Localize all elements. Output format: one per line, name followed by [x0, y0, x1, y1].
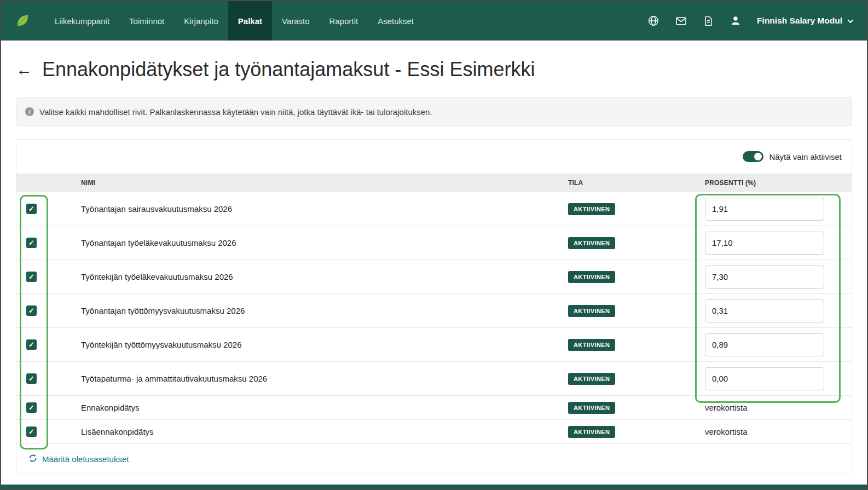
row-name: Lisäennakonpidätys — [81, 427, 568, 436]
status-badge: AKTIIVINEN — [568, 339, 615, 351]
back-arrow-icon[interactable]: ← — [16, 61, 32, 78]
row-checkbox[interactable]: ✓ — [26, 426, 37, 437]
row-name: Työnantajan työeläkevakuutusmaksu 2026 — [81, 238, 568, 247]
top-navigation-bar: LiikekumppanitToiminnotKirjanpitoPalkatV… — [1, 1, 867, 41]
module-label: Finnish Salary Modul — [757, 16, 842, 26]
toggle-row: Näytä vain aktiiviset — [16, 140, 852, 174]
brand-leaf-logo[interactable] — [14, 13, 31, 29]
row-checkbox[interactable]: ✓ — [26, 373, 37, 384]
info-banner: i Valitse kaikki mahdolliset rivit. Palk… — [16, 97, 852, 126]
table-row: ✓ Lisäennakonpidätys AKTIIVINEN verokort… — [16, 420, 852, 444]
bottom-strip — [1, 485, 867, 489]
percent-input[interactable] — [705, 198, 824, 221]
row-name: Työntekijän työttömyysvakuutusmaksu 2026 — [81, 340, 568, 349]
table-row: ✓ Työntekijän työttömyysvakuutusmaksu 20… — [16, 328, 852, 362]
nav-item-varasto[interactable]: Varasto — [272, 1, 320, 41]
table-row: ✓ Työtapaturma- ja ammattitautivakuutusm… — [16, 362, 852, 396]
nav-items: LiikekumppanitToiminnotKirjanpitoPalkatV… — [45, 1, 424, 41]
table-header-row: NIMI TILA PROSENTTI (%) — [16, 174, 852, 192]
percent-input[interactable] — [705, 299, 824, 322]
nav-item-palkat[interactable]: Palkat — [228, 1, 272, 41]
refresh-icon — [28, 454, 37, 464]
chevron-down-icon — [847, 16, 854, 26]
status-badge: AKTIIVINEN — [568, 305, 615, 317]
toggle-label: Näytä vain aktiiviset — [769, 152, 842, 162]
nav-item-raportit[interactable]: Raportit — [320, 1, 368, 41]
mail-icon[interactable] — [675, 15, 687, 27]
percent-input[interactable] — [705, 333, 824, 356]
module-selector[interactable]: Finnish Salary Modul — [757, 16, 854, 26]
page-header: ← Ennakonpidätykset ja työnantajamaksut … — [16, 57, 852, 82]
table-row: ✓ Ennakonpidätys AKTIIVINEN verokortista — [16, 396, 852, 420]
application-window: LiikekumppanitToiminnotKirjanpitoPalkatV… — [0, 0, 868, 490]
column-header-name: NIMI — [81, 179, 568, 187]
nav-item-liikekumppanit[interactable]: Liikekumppanit — [45, 1, 119, 41]
status-badge: AKTIIVINEN — [568, 237, 615, 249]
row-checkbox[interactable]: ✓ — [26, 238, 37, 248]
user-icon[interactable] — [730, 15, 742, 27]
row-name: Työnantajan työttömyysvakuutusmaksu 2026 — [81, 306, 568, 315]
status-badge: AKTIIVINEN — [568, 203, 615, 215]
percent-input[interactable] — [705, 266, 824, 289]
globe-icon[interactable] — [647, 15, 659, 27]
percent-text: verokortista — [705, 403, 748, 412]
page-title: Ennakonpidätykset ja työnantajamaksut - … — [42, 58, 535, 81]
column-header-status: TILA — [568, 179, 705, 187]
row-checkbox[interactable]: ✓ — [26, 204, 37, 214]
info-banner-text: Valitse kaikki mahdolliset rivit. Palkan… — [39, 107, 432, 117]
topbar-right: Finnish Salary Modul — [647, 15, 854, 27]
table-card: Näytä vain aktiiviset NIMI TILA PROSENTT… — [16, 139, 852, 474]
table-row: ✓ Työnantajan sairausvakuutusmaksu 2026 … — [16, 192, 852, 226]
table-row: ✓ Työntekijän työeläkevakuutusmaksu 2026… — [16, 260, 852, 294]
table-body: ✓ Työnantajan sairausvakuutusmaksu 2026 … — [16, 192, 852, 444]
column-header-percent: PROSENTTI (%) — [705, 179, 852, 187]
active-only-toggle[interactable] — [743, 151, 763, 162]
nav-item-kirjanpito[interactable]: Kirjanpito — [174, 1, 228, 41]
percent-input[interactable] — [705, 367, 824, 390]
row-name: Ennakonpidätys — [81, 403, 568, 412]
table-row: ✓ Työnantajan työttömyysvakuutusmaksu 20… — [16, 294, 852, 328]
row-name: Työtapaturma- ja ammattitautivakuutusmak… — [81, 374, 568, 383]
nav-item-asetukset[interactable]: Asetukset — [368, 1, 424, 41]
info-icon: i — [25, 107, 34, 116]
percent-input[interactable] — [705, 232, 824, 255]
row-checkbox[interactable]: ✓ — [26, 305, 37, 316]
status-badge: AKTIIVINEN — [568, 402, 615, 414]
row-name: Työntekijän työeläkevakuutusmaksu 2026 — [81, 272, 568, 281]
row-name: Työnantajan sairausvakuutusmaksu 2026 — [81, 204, 568, 214]
set-defaults-link[interactable]: Määritä oletusasetukset — [16, 444, 852, 474]
percent-text: verokortista — [705, 427, 748, 436]
toggle-knob — [754, 153, 762, 160]
table-row: ✓ Työnantajan työeläkevakuutusmaksu 2026… — [16, 226, 852, 260]
document-icon[interactable] — [703, 15, 714, 27]
status-badge: AKTIIVINEN — [568, 373, 615, 385]
row-checkbox[interactable]: ✓ — [26, 402, 37, 413]
set-defaults-label: Määritä oletusasetukset — [42, 454, 129, 464]
status-badge: AKTIIVINEN — [568, 426, 615, 438]
nav-item-toiminnot[interactable]: Toiminnot — [119, 1, 174, 41]
row-checkbox[interactable]: ✓ — [26, 272, 37, 282]
row-checkbox[interactable]: ✓ — [26, 339, 37, 350]
status-badge: AKTIIVINEN — [568, 271, 615, 283]
